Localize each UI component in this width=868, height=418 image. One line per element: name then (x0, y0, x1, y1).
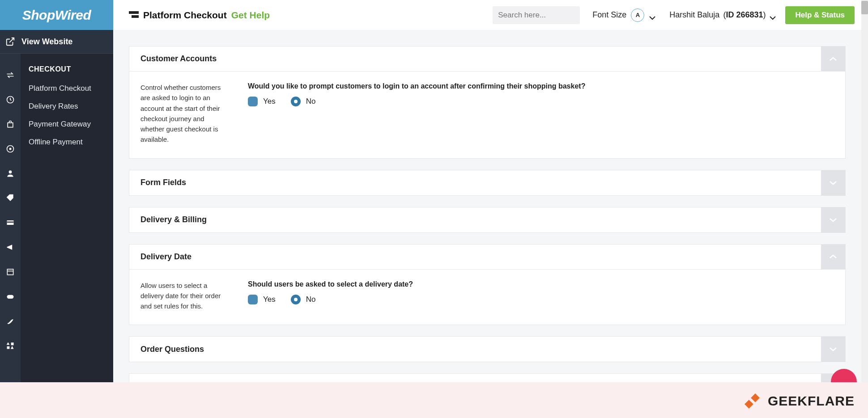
radio-dot-icon (291, 295, 301, 304)
font-size-control[interactable]: Font Size A (592, 8, 656, 22)
panel-form-fields: Form Fields (129, 170, 846, 196)
font-size-value[interactable]: A (631, 8, 644, 22)
chevron-down-icon (829, 180, 838, 186)
radio-label: Yes (263, 97, 276, 106)
radio-group: Yes No (248, 97, 834, 106)
get-help-link[interactable]: Get Help (231, 10, 270, 21)
svg-rect-12 (751, 393, 760, 402)
radio-label: Yes (263, 295, 276, 304)
svg-rect-11 (7, 295, 14, 298)
panel-description: Control whether customers are asked to l… (140, 82, 226, 145)
search-input[interactable] (498, 11, 593, 20)
radio-label: No (306, 97, 316, 106)
view-website-label: View Website (21, 37, 72, 46)
panel-title: Delivery Date (140, 252, 191, 262)
geekflare-icon (742, 391, 762, 411)
panel-header-customer-accounts[interactable]: Customer Accounts (129, 46, 845, 72)
rail-clock-icon[interactable] (0, 87, 21, 112)
expand-button[interactable] (821, 207, 845, 232)
chevron-up-icon (829, 56, 838, 62)
panel-header-delivery-billing[interactable]: Delivery & Billing (129, 207, 845, 232)
collapse-button[interactable] (821, 46, 845, 71)
expand-button[interactable] (821, 170, 845, 195)
radio-dot-icon (291, 97, 301, 106)
watermark-text: GEEKFLARE (768, 393, 855, 409)
question-text: Should users be asked to select a delive… (248, 280, 834, 288)
svg-rect-9 (7, 269, 13, 275)
panel-header-form-fields[interactable]: Form Fields (129, 170, 845, 195)
radio-dot-icon (248, 97, 258, 106)
rail-megaphone-icon[interactable] (0, 235, 21, 259)
panel-title: Form Fields (140, 178, 186, 187)
user-menu[interactable]: Harshit Baluja (ID 266831) (669, 10, 776, 20)
svg-rect-8 (7, 221, 14, 223)
chevron-up-icon (829, 254, 838, 259)
font-size-label: Font Size (592, 10, 626, 20)
panel-title: Delivery & Billing (140, 215, 207, 224)
panel-order-questions: Order Questions (129, 336, 846, 362)
page-title-wrap: Platform Checkout Get Help (129, 10, 270, 21)
rail-brush-icon[interactable] (0, 308, 21, 333)
rail-game-icon[interactable] (0, 284, 21, 308)
rail-transfer-icon[interactable] (0, 63, 21, 87)
radio-no[interactable]: No (291, 97, 316, 106)
panel-customer-accounts: Customer Accounts Control whether custom… (129, 46, 846, 159)
panel-delivery-date: Delivery Date Allow users to select a de… (129, 244, 846, 325)
chevron-down-icon (829, 346, 838, 352)
icon-rail (0, 54, 21, 382)
page-icon (129, 11, 139, 19)
chevron-down-icon (829, 217, 838, 223)
panel-header-order-questions[interactable]: Order Questions (129, 337, 845, 362)
scrollbar-track[interactable] (861, 0, 868, 418)
rail-tag-icon[interactable] (0, 186, 21, 210)
scrollbar-thumb[interactable] (861, 1, 868, 14)
panel-delivery-billing: Delivery & Billing (129, 207, 846, 233)
chevron-down-icon[interactable] (649, 13, 656, 17)
top-bar: Platform Checkout Get Help Font Size A H… (113, 0, 861, 30)
submenu-item-offline-payment[interactable]: Offline Payment (21, 133, 113, 151)
rail-user-icon[interactable] (0, 161, 21, 186)
submenu-item-delivery-rates[interactable]: Delivery Rates (21, 97, 113, 115)
rail-bag-icon[interactable] (0, 112, 21, 136)
radio-no[interactable]: No (291, 295, 316, 304)
rail-card-icon[interactable] (0, 210, 21, 235)
panel-instruction-text: Instruction Text (129, 373, 846, 382)
submenu-item-platform-checkout[interactable]: Platform Checkout (21, 80, 113, 97)
svg-line-2 (9, 38, 14, 42)
rail-target-icon[interactable] (0, 136, 21, 161)
external-link-icon (5, 37, 15, 46)
panel-header-delivery-date[interactable]: Delivery Date (129, 245, 845, 270)
watermark: GEEKFLARE (742, 391, 855, 411)
radio-yes[interactable]: Yes (248, 295, 276, 304)
panel-title: Order Questions (140, 345, 204, 354)
user-name: Harshit Baluja (669, 10, 719, 20)
svg-point-6 (9, 170, 12, 173)
footer: GEEKFLARE (0, 382, 868, 418)
search-box[interactable] (493, 6, 580, 24)
panel-header-instruction-text[interactable]: Instruction Text (129, 374, 845, 382)
submenu-item-payment-gateway[interactable]: Payment Gateway (21, 115, 113, 133)
collapse-button[interactable] (821, 245, 845, 269)
panel-controls: Should users be asked to select a delive… (248, 280, 834, 312)
panel-controls: Would you like to prompt customers to lo… (248, 82, 834, 145)
expand-button[interactable] (821, 337, 845, 362)
submenu-heading: CHECKOUT (21, 62, 113, 80)
submenu: CHECKOUT Platform Checkout Delivery Rate… (21, 54, 113, 382)
brand-logo[interactable]: ShopWired (0, 0, 113, 30)
content-area: Customer Accounts Control whether custom… (113, 30, 861, 382)
chevron-down-icon[interactable] (769, 13, 776, 17)
rail-apps-icon[interactable] (0, 333, 21, 358)
radio-label: No (306, 295, 316, 304)
view-website-link[interactable]: View Website (0, 30, 113, 54)
svg-rect-13 (745, 400, 753, 409)
brand-text: ShopWired (22, 8, 91, 23)
radio-group: Yes No (248, 295, 834, 304)
panel-body: Control whether customers are asked to l… (129, 72, 845, 158)
svg-point-5 (9, 148, 12, 150)
help-status-button[interactable]: Help & Status (785, 6, 855, 24)
page-title: Platform Checkout (143, 10, 227, 21)
radio-yes[interactable]: Yes (248, 97, 276, 106)
panel-title: Customer Accounts (140, 54, 217, 63)
rail-calendar-icon[interactable] (0, 259, 21, 284)
question-text: Would you like to prompt customers to lo… (248, 82, 834, 90)
